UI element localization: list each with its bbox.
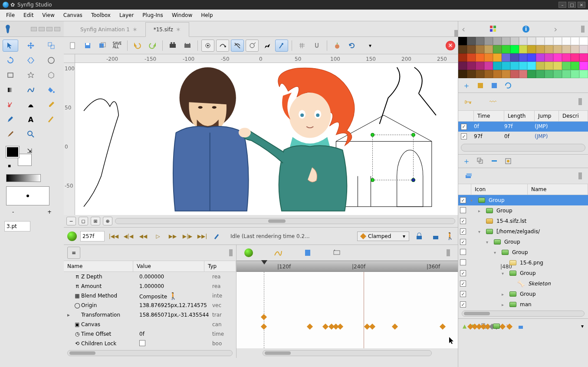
- palette-swatch[interactable]: [467, 70, 476, 78]
- grid-icon[interactable]: [296, 40, 309, 52]
- lock-keyframes-past-icon[interactable]: [413, 230, 426, 242]
- tab-15-sifz[interactable]: *15.sifz✶: [145, 22, 189, 37]
- palette-swatch[interactable]: [476, 70, 484, 78]
- palette-swatch[interactable]: [502, 70, 510, 78]
- layer-row[interactable]: ✓▾Group: [458, 268, 588, 278]
- redo-icon[interactable]: [146, 40, 159, 52]
- param-row[interactable]: ◯Origin138.876925px,12.714575vec: [64, 301, 236, 310]
- palette-swatch[interactable]: [484, 45, 493, 53]
- snap-icon[interactable]: [310, 40, 323, 52]
- layer-row[interactable]: ✓▸man: [458, 299, 588, 309]
- layer-up-icon[interactable]: ▲: [463, 323, 466, 329]
- menu-file[interactable]: File: [2, 10, 19, 20]
- menu-view[interactable]: View: [38, 10, 59, 20]
- palette-swatch[interactable]: [545, 70, 553, 78]
- next-frame-icon[interactable]: ▶▶: [167, 231, 178, 241]
- palette-swatch[interactable]: [502, 37, 510, 45]
- onion-next-toggle[interactable]: [246, 40, 259, 52]
- dropdown-arrow-icon[interactable]: ▾: [364, 40, 377, 52]
- layer-row[interactable]: ✓15-4.sifz.lst: [458, 216, 588, 226]
- mirror-tool[interactable]: [23, 54, 39, 66]
- save-all-icon[interactable]: SAVEALL: [111, 40, 124, 52]
- layer-group-icon[interactable]: [493, 324, 500, 329]
- palette-swatch[interactable]: [527, 62, 536, 70]
- snap-grid-toggle[interactable]: [216, 40, 229, 52]
- param-row[interactable]: ⟲Children Lockboo: [64, 339, 236, 348]
- zoom-tool[interactable]: [23, 128, 39, 140]
- metadata-tab-icon[interactable]: [333, 248, 342, 257]
- polygon-tool[interactable]: [43, 69, 59, 81]
- interpolation-select[interactable]: Clamped ▾: [357, 231, 409, 241]
- palette-swatch[interactable]: [519, 62, 528, 70]
- palette-swatch[interactable]: [553, 53, 562, 62]
- palette-swatch[interactable]: [571, 37, 579, 45]
- onion-skin-icon[interactable]: [331, 40, 344, 52]
- palette-swatch[interactable]: [553, 70, 562, 78]
- sets-tab-icon[interactable]: 〰: [489, 98, 496, 106]
- palette-swatch[interactable]: [502, 53, 510, 62]
- palette-swatch[interactable]: [553, 45, 562, 53]
- layer-delete-icon[interactable]: [517, 323, 524, 330]
- palette-add-icon[interactable]: ＋: [463, 80, 470, 91]
- palette-swatch[interactable]: [458, 70, 467, 78]
- animate-mode-icon[interactable]: [67, 231, 77, 241]
- palette-save-icon[interactable]: [476, 82, 484, 89]
- maximize-button[interactable]: □: [568, 2, 576, 8]
- play-icon[interactable]: ▷: [152, 231, 164, 241]
- palette-swatch[interactable]: [579, 62, 588, 70]
- palette-swatch[interactable]: [484, 53, 493, 62]
- foreground-color-swatch[interactable]: [6, 146, 19, 158]
- palette-swatch[interactable]: [458, 45, 467, 53]
- layers-tab-icon[interactable]: [464, 172, 473, 180]
- palette-swatch[interactable]: [484, 62, 493, 70]
- layer-menu-icon[interactable]: ▾: [581, 323, 584, 329]
- params-scrollbar[interactable]: [67, 350, 233, 356]
- palette-swatch[interactable]: [536, 62, 545, 70]
- rotate-tool[interactable]: [3, 54, 18, 66]
- layer-row[interactable]: 15-6.png: [458, 258, 588, 268]
- palette-swatch[interactable]: [579, 37, 588, 45]
- palette-swatch[interactable]: [536, 70, 545, 78]
- palette-swatch[interactable]: [545, 62, 553, 70]
- palette-swatch[interactable]: [527, 37, 536, 45]
- zoom-out-button[interactable]: −: [66, 217, 76, 225]
- fill-tool[interactable]: [43, 84, 59, 96]
- layer-row[interactable]: ✓▾Group: [458, 195, 588, 205]
- star-tool[interactable]: [23, 69, 39, 81]
- undo-icon[interactable]: [131, 40, 144, 52]
- keyframes-tab-icon[interactable]: 🗝: [464, 97, 472, 106]
- palette-swatch[interactable]: [571, 53, 579, 62]
- keyframe-remove-icon[interactable]: [490, 157, 498, 165]
- palette-swatch[interactable]: [527, 53, 536, 62]
- minimize-button[interactable]: –: [558, 2, 566, 8]
- save-as-icon[interactable]: [96, 40, 109, 52]
- transform-tool[interactable]: [3, 40, 18, 52]
- keyframe-brush-icon[interactable]: [211, 231, 223, 241]
- palette-swatch[interactable]: [545, 37, 553, 45]
- keyframes-scrollbar[interactable]: [461, 144, 585, 152]
- menu-toolbox[interactable]: Toolbox: [87, 10, 115, 20]
- palette-swatch[interactable]: [527, 45, 536, 53]
- default-colors-icon[interactable]: ◾: [8, 163, 11, 168]
- circle-tool[interactable]: [43, 54, 59, 66]
- param-row[interactable]: πAmount1.000000rea: [64, 281, 236, 291]
- palette-swatch[interactable]: [476, 45, 484, 53]
- palette-swatch[interactable]: [467, 62, 476, 70]
- palette-swatch[interactable]: [484, 37, 493, 45]
- refresh-icon[interactable]: [345, 40, 358, 52]
- palette-swatch[interactable]: [562, 53, 571, 62]
- palette-swatch[interactable]: [493, 70, 502, 78]
- current-frame-input[interactable]: [80, 231, 105, 241]
- palette-swatch[interactable]: [571, 45, 579, 53]
- smooth-move-tool[interactable]: [23, 40, 39, 52]
- keyframe-row[interactable]: ✓97f0f(JMP): [458, 132, 588, 142]
- brush-tool[interactable]: [3, 128, 18, 140]
- palette-swatch[interactable]: [510, 70, 519, 78]
- close-icon[interactable]: ✶: [132, 26, 138, 33]
- stop-render-button[interactable]: ✕: [446, 41, 455, 50]
- palette-swatch[interactable]: [553, 62, 562, 70]
- draw-tool[interactable]: [3, 113, 18, 126]
- history-tab-icon[interactable]: [303, 248, 312, 257]
- palette-swatch[interactable]: [562, 70, 571, 78]
- swap-colors-icon[interactable]: ⇲: [27, 147, 32, 154]
